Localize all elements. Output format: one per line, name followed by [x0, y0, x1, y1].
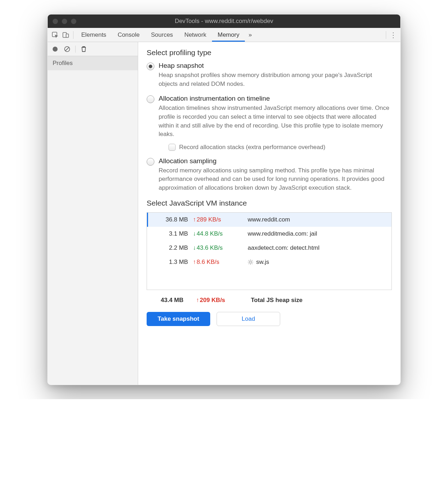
- divider: [386, 31, 386, 39]
- total-label: Total JS heap size: [244, 297, 392, 304]
- vm-row[interactable]: 36.8 MB ↑289 KB/s www.reddit.com: [147, 213, 391, 227]
- vm-size: 2.2 MB: [147, 244, 193, 252]
- tab-sources[interactable]: Sources: [145, 28, 178, 42]
- settings-menu-icon[interactable]: ⋮: [388, 31, 398, 39]
- option-desc: Allocation timelines show instrumented J…: [159, 104, 392, 139]
- load-button[interactable]: Load: [217, 312, 280, 326]
- totals-row: 43.4 MB ↑209 KB/s Total JS heap size: [147, 290, 392, 306]
- divider: [73, 31, 73, 39]
- profiling-type-heading: Select profiling type: [147, 48, 392, 57]
- total-rate: 209 KB/s: [200, 297, 225, 304]
- tab-console[interactable]: Console: [112, 28, 145, 42]
- vm-instance-table: 36.8 MB ↑289 KB/s www.reddit.com 3.1 MB …: [147, 212, 392, 290]
- svg-line-13: [249, 263, 249, 264]
- radio-allocation-timeline[interactable]: [147, 95, 154, 103]
- svg-point-6: [249, 261, 252, 263]
- vm-name: aaxdetect.com: detect.html: [248, 244, 319, 252]
- vm-size: 3.1 MB: [147, 230, 193, 237]
- vm-row[interactable]: 3.1 MB ↓44.8 KB/s www.redditmedia.com: j…: [147, 227, 391, 241]
- devtools-window: DevTools - www.reddit.com/r/webdev Eleme…: [47, 14, 401, 385]
- tab-elements[interactable]: Elements: [76, 28, 112, 42]
- memory-panel: Select profiling type Heap snapshot Heap…: [138, 42, 400, 385]
- vm-name: www.reddit.com: [248, 216, 290, 223]
- option-desc: Heap snapshot profiles show memory distr…: [159, 71, 392, 88]
- gear-icon: [248, 259, 253, 265]
- record-icon[interactable]: [50, 44, 60, 54]
- svg-line-5: [65, 47, 69, 51]
- action-buttons: Take snapshot Load: [147, 312, 392, 326]
- take-snapshot-button[interactable]: Take snapshot: [147, 312, 210, 326]
- vm-instance-heading: Select JavaScript VM instance: [147, 199, 392, 207]
- vm-rate: 289 KB/s: [197, 216, 221, 223]
- arrow-up-icon: ↑: [193, 216, 196, 223]
- arrow-up-icon: ↑: [196, 297, 199, 304]
- svg-rect-2: [66, 34, 69, 37]
- vm-rate: 44.8 KB/s: [197, 230, 223, 237]
- arrow-up-icon: ↑: [193, 259, 196, 266]
- total-size: 43.4 MB: [147, 297, 196, 304]
- vm-row[interactable]: 2.2 MB ↓43.6 KB/s aaxdetect.com: detect.…: [147, 241, 391, 255]
- tab-network[interactable]: Network: [179, 28, 212, 42]
- option-title: Allocation sampling: [159, 157, 392, 165]
- record-stacks-label: Record allocation stacks (extra performa…: [179, 144, 325, 151]
- vm-size: 1.3 MB: [147, 259, 193, 266]
- vm-name: sw.js: [256, 259, 269, 266]
- svg-line-14: [252, 260, 253, 261]
- option-desc: Record memory allocations using sampling…: [159, 166, 392, 193]
- arrow-down-icon: ↓: [193, 244, 196, 252]
- inspect-element-icon[interactable]: [50, 30, 60, 40]
- maximize-window-icon[interactable]: [71, 19, 76, 24]
- sidebar-item-profiles[interactable]: Profiles: [48, 56, 138, 70]
- record-stacks-row[interactable]: Record allocation stacks (extra performa…: [159, 144, 392, 151]
- option-title: Heap snapshot: [159, 62, 392, 70]
- panel-body: Profiles Select profiling type Heap snap…: [48, 42, 400, 385]
- panel-tabs: Elements Console Sources Network Memory …: [76, 28, 255, 42]
- device-toggle-icon[interactable]: [60, 30, 71, 40]
- window-controls: [48, 19, 76, 24]
- sidebar-toolbar: [48, 42, 138, 56]
- divider: [75, 46, 76, 53]
- delete-icon[interactable]: [78, 44, 89, 54]
- close-window-icon[interactable]: [53, 19, 58, 24]
- minimize-window-icon[interactable]: [62, 19, 67, 24]
- arrow-down-icon: ↓: [193, 230, 196, 237]
- radio-heap-snapshot[interactable]: [147, 63, 154, 70]
- more-tabs-icon[interactable]: »: [245, 28, 255, 42]
- titlebar: DevTools - www.reddit.com/r/webdev: [48, 14, 400, 28]
- vm-name: www.redditmedia.com: jail: [248, 230, 317, 237]
- svg-line-11: [249, 260, 249, 261]
- svg-point-3: [53, 47, 58, 52]
- record-stacks-checkbox[interactable]: [169, 144, 176, 151]
- profiles-sidebar: Profiles: [48, 42, 138, 385]
- vm-rate: 8.6 KB/s: [197, 259, 219, 266]
- vm-size: 36.8 MB: [147, 216, 193, 223]
- clear-icon[interactable]: [62, 44, 72, 54]
- vm-row[interactable]: 1.3 MB ↑8.6 KB/s sw.js: [147, 255, 391, 269]
- devtools-tabbar: Elements Console Sources Network Memory …: [48, 28, 400, 42]
- radio-allocation-sampling[interactable]: [147, 158, 154, 166]
- profiling-option-heap-snapshot[interactable]: Heap snapshot Heap snapshot profiles sho…: [147, 62, 392, 88]
- window-title: DevTools - www.reddit.com/r/webdev: [48, 18, 400, 25]
- svg-line-12: [252, 263, 253, 264]
- profiling-option-allocation-timeline[interactable]: Allocation instrumentation on timeline A…: [147, 95, 392, 151]
- vm-rate: 43.6 KB/s: [197, 244, 223, 252]
- tab-memory[interactable]: Memory: [212, 28, 245, 42]
- profiling-option-allocation-sampling[interactable]: Allocation sampling Record memory alloca…: [147, 157, 392, 193]
- option-title: Allocation instrumentation on timeline: [159, 95, 392, 102]
